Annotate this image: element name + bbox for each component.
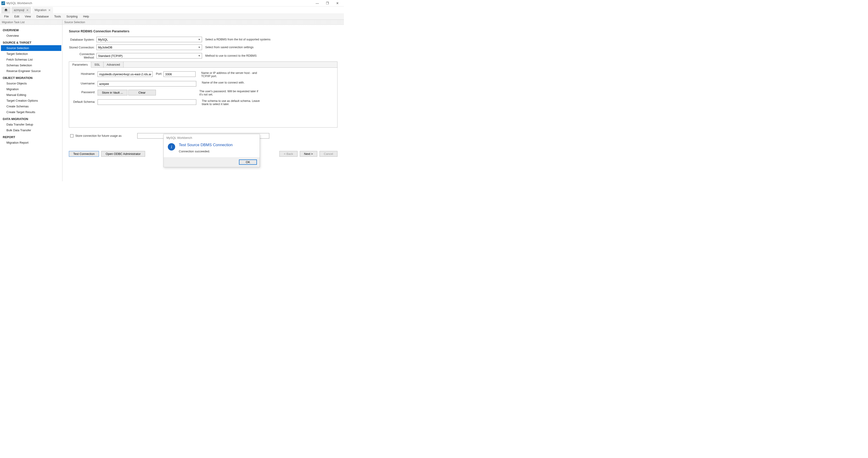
task-item[interactable]: Fetch Schemas List [1, 57, 61, 62]
menu-help[interactable]: Help [80, 14, 92, 19]
next-button[interactable]: Next > [300, 151, 317, 157]
label-db-system: Database System: [69, 38, 96, 41]
row-default-schema: Default Schema: The schema to use as def… [72, 99, 335, 106]
task-list-panel: Migration Task List OVERVIEWOverviewSOUR… [0, 20, 62, 181]
params-tab-strip: Parameters SSL Advanced [69, 62, 337, 68]
tabs-row: azmysql ✕ Migration ✕ [0, 6, 344, 13]
input-username[interactable] [98, 81, 196, 87]
label-username: Username: [72, 81, 98, 85]
tab-close-icon[interactable]: ✕ [26, 8, 29, 12]
maximize-button[interactable]: ❐ [322, 0, 333, 6]
dialog-title: MySQL Workbench [164, 134, 260, 141]
help-username: Name of the user to connect with. [202, 81, 245, 84]
back-button[interactable]: < Back [279, 151, 297, 157]
task-item[interactable]: Data Transfer Setup [1, 122, 61, 127]
task-item[interactable]: Source Selection [1, 45, 61, 51]
task-group-title: OVERVIEW [1, 28, 61, 33]
input-hostname[interactable] [98, 71, 153, 77]
task-item[interactable]: Target Creation Options [1, 98, 61, 103]
tab-label: Migration [35, 8, 46, 12]
row-conn-method: Connection Method: Method to use to conn… [69, 52, 338, 59]
params-container: Parameters SSL Advanced Hostname: Port: … [69, 62, 338, 128]
clear-password-button[interactable]: Clear [128, 90, 156, 95]
tab-migration[interactable]: Migration ✕ [32, 7, 53, 13]
task-item[interactable]: Migration Report [1, 140, 61, 145]
input-default-schema[interactable] [98, 99, 196, 105]
window-root: MySQL Workbench — ❐ ✕ azmysql ✕ Migratio… [0, 0, 344, 181]
open-odbc-button[interactable]: Open ODBC Administrator [101, 151, 145, 157]
store-connection-label: Store connection for future usage as [75, 134, 122, 137]
task-item[interactable]: Target Selection [1, 51, 61, 57]
help-conn-method: Method to use to connect to the RDBMS [205, 54, 257, 57]
row-password: Password: Store in Vault ... Clear The u… [72, 90, 335, 96]
task-group-title: REPORT [1, 134, 61, 140]
test-connection-button[interactable]: Test Connection [69, 151, 99, 157]
row-db-system: Database System: Select a RDBMS from the… [69, 37, 338, 42]
label-hostname: Hostname: [72, 71, 98, 75]
task-group-title: OBJECT MIGRATION [1, 75, 61, 80]
task-item[interactable]: Manual Editing [1, 92, 61, 98]
dialog-footer: OK [164, 157, 260, 167]
tab-close-icon[interactable]: ✕ [48, 8, 51, 12]
menubar: File Edit View Database Tools Scripting … [0, 13, 344, 20]
label-default-schema: Default Schema: [72, 99, 98, 103]
info-icon: i [168, 143, 175, 151]
cancel-button[interactable]: Cancel [319, 151, 338, 157]
task-item[interactable]: Create Target Results [1, 109, 61, 115]
tab-parameters[interactable]: Parameters [69, 62, 91, 68]
task-item[interactable]: Bulk Data Transfer [1, 127, 61, 133]
task-item[interactable]: Overview [1, 33, 61, 38]
task-group-title: DATA MIGRATION [1, 116, 61, 122]
task-item[interactable]: Reverse Engineer Source [1, 68, 61, 74]
label-port: Port: [156, 71, 162, 75]
task-item[interactable]: Schemas Selection [1, 62, 61, 68]
menu-edit[interactable]: Edit [11, 14, 22, 19]
menu-view[interactable]: View [22, 14, 34, 19]
store-vault-button[interactable]: Store in Vault ... [98, 90, 127, 95]
help-db-system: Select a RDBMS from the list of supporte… [205, 38, 271, 41]
input-port[interactable] [163, 71, 195, 77]
dialog-ok-button[interactable]: OK [239, 160, 257, 165]
main-panel: Source Selection Source RDBMS Connection… [62, 20, 344, 181]
dialog-heading: Test Source DBMS Connection [179, 143, 232, 147]
task-list-header: Migration Task List [0, 20, 62, 25]
titlebar-title: MySQL Workbench [6, 1, 32, 5]
select-conn-method[interactable] [96, 53, 202, 59]
params-tab-panel: Hostname: Port: Name or IP address of th… [69, 68, 337, 127]
main-header: Source Selection [62, 20, 344, 25]
help-password: The user's password. Will be requested l… [199, 90, 259, 96]
store-connection-checkbox[interactable] [70, 134, 73, 137]
tab-advanced[interactable]: Advanced [103, 62, 124, 67]
menu-database[interactable]: Database [34, 14, 52, 19]
menu-tools[interactable]: Tools [52, 14, 64, 19]
menu-file[interactable]: File [1, 14, 11, 19]
row-hostname: Hostname: Port: Name or IP address of th… [72, 71, 335, 78]
task-item[interactable]: Create Schemas [1, 103, 61, 109]
close-button[interactable]: ✕ [333, 0, 343, 6]
home-icon [4, 8, 8, 12]
row-stored-conn: Stored Connection: Select from saved con… [69, 44, 338, 50]
tab-ssl[interactable]: SSL [91, 62, 103, 67]
task-item[interactable]: Migration [1, 86, 61, 92]
label-password: Password: [72, 90, 98, 94]
content: Migration Task List OVERVIEWOverviewSOUR… [0, 20, 344, 181]
select-stored-conn[interactable] [96, 44, 202, 50]
minimize-button[interactable]: — [312, 0, 322, 6]
task-item[interactable]: Source Objects [1, 80, 61, 86]
row-username: Username: Name of the user to connect wi… [72, 81, 335, 87]
dialog-body: i Test Source DBMS Connection Connection… [164, 141, 260, 157]
label-conn-method: Connection Method: [69, 52, 96, 59]
test-connection-dialog: MySQL Workbench i Test Source DBMS Conne… [163, 134, 260, 167]
select-db-system[interactable] [96, 37, 202, 42]
tab-label: azmysql [14, 8, 24, 12]
app-icon [1, 1, 5, 5]
home-tab[interactable] [1, 7, 10, 13]
dialog-message: Connection succeeded. [179, 150, 232, 153]
section-title: Source RDBMS Connection Parameters [69, 29, 338, 33]
help-hostname: Name or IP address of the server host - … [201, 71, 261, 78]
menu-scripting[interactable]: Scripting [64, 14, 80, 19]
titlebar: MySQL Workbench — ❐ ✕ [0, 0, 344, 6]
tab-azmysql[interactable]: azmysql ✕ [11, 7, 31, 13]
help-stored-conn: Select from saved connection settings [205, 46, 254, 49]
task-list-body: OVERVIEWOverviewSOURCE & TARGETSource Se… [0, 25, 62, 181]
